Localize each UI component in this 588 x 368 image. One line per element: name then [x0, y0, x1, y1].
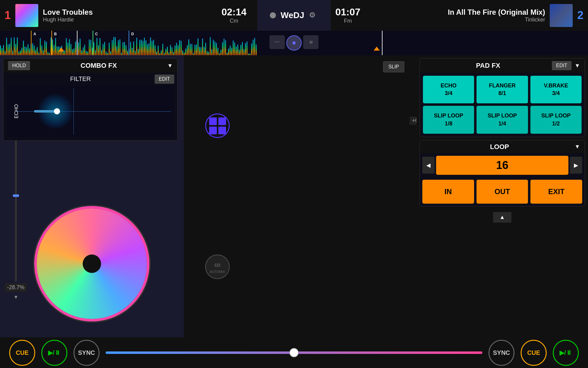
- hold-button[interactable]: HOLD: [8, 61, 30, 70]
- svg-rect-93: [141, 40, 142, 55]
- loop-size-display: 16: [436, 156, 568, 175]
- deck2-cue-button[interactable]: CUE: [521, 340, 547, 366]
- svg-rect-16: [23, 40, 24, 55]
- crossfader-track[interactable]: [106, 351, 482, 354]
- loop-in-btn[interactable]: IN: [422, 180, 474, 204]
- pad-fx-flanger[interactable]: FLANGER8/1: [477, 76, 528, 103]
- svg-rect-20: [29, 48, 30, 55]
- svg-rect-139: [211, 49, 212, 55]
- deck2-play-icon: ▶/⏸: [560, 349, 572, 356]
- turntable-left[interactable]: [34, 205, 150, 322]
- svg-rect-97: [147, 44, 148, 55]
- svg-rect-98: [149, 43, 149, 55]
- top-bar: 1 Love Troubles Hugh Hardie 02:14 Cm WeD…: [0, 0, 588, 31]
- crossfader-container: [106, 347, 482, 359]
- svg-rect-44: [66, 38, 67, 55]
- pad-fx-dropdown-icon[interactable]: ▼: [575, 63, 580, 69]
- pad-mode-button[interactable]: [205, 113, 230, 138]
- svg-rect-141: [214, 41, 215, 55]
- svg-rect-170: [31, 31, 32, 55]
- svg-rect-72: [109, 43, 110, 55]
- loop-exit-btn[interactable]: EXIT: [530, 180, 582, 204]
- turntable-center-left: [83, 255, 101, 273]
- svg-text:D: D: [131, 32, 134, 36]
- svg-rect-103: [156, 52, 157, 55]
- crossfader-thumb[interactable]: [289, 348, 299, 357]
- waveform-btn-wave[interactable]: 〰: [270, 35, 285, 49]
- svg-rect-127: [193, 53, 194, 55]
- svg-rect-2: [2, 48, 2, 55]
- svg-rect-88: [133, 41, 134, 55]
- record-button[interactable]: [270, 12, 276, 18]
- pad-fx-slip-loop-3[interactable]: SLIP LOOP1/2: [530, 106, 582, 133]
- loop-dropdown-icon[interactable]: ▼: [575, 144, 580, 150]
- waveform-btn-spectrum[interactable]: ≋: [303, 35, 318, 49]
- svg-rect-82: [124, 42, 125, 55]
- svg-rect-134: [204, 47, 205, 55]
- svg-rect-135: [205, 43, 206, 55]
- loop-out-btn[interactable]: OUT: [477, 180, 528, 204]
- svg-rect-74: [112, 40, 113, 55]
- svg-rect-77: [116, 46, 117, 55]
- svg-rect-14: [20, 51, 21, 55]
- pad-fx-echo[interactable]: ECHO3/4: [423, 76, 474, 103]
- svg-rect-129: [196, 44, 197, 55]
- xy-dot[interactable]: [54, 108, 60, 114]
- right-deck-area: +0.0%: [251, 55, 435, 337]
- svg-rect-58: [87, 52, 88, 55]
- loop-prev-btn[interactable]: ◀: [422, 157, 435, 174]
- pad-fx-vbrake-sub: 3/4: [552, 90, 560, 96]
- svg-rect-63: [95, 50, 96, 55]
- svg-rect-76: [115, 37, 116, 55]
- svg-rect-30: [44, 40, 45, 55]
- left-deck: HOLD COMBO FX ▼ FILTER EDIT ECHO −: [0, 55, 184, 337]
- svg-rect-86: [130, 42, 131, 55]
- svg-rect-65: [98, 45, 99, 55]
- automix-button[interactable]: ∞ AUTOMIX: [205, 255, 230, 279]
- svg-rect-54: [81, 50, 82, 55]
- svg-rect-56: [84, 45, 85, 55]
- pad-fx-edit-button[interactable]: EDIT: [552, 61, 571, 70]
- svg-rect-140: [213, 40, 214, 55]
- pad-fx-title: PAD FX: [424, 62, 552, 70]
- fx-xy-pad[interactable]: ECHO: [6, 85, 174, 137]
- pad-fx-slip-loop-1[interactable]: SLIP LOOP1/8: [423, 106, 474, 133]
- center-top: WeDJ ⚙: [257, 0, 331, 31]
- bottom-controls: CUE ▶/⏸ SYNC SYNC CUE ▶/⏸: [0, 337, 588, 368]
- svg-rect-151: [230, 46, 231, 55]
- waveform-btn-circle[interactable]: ⏺: [286, 35, 302, 51]
- deck1-play-icon: ▶/⏸: [48, 349, 61, 356]
- pitch-thumb[interactable]: [13, 194, 19, 197]
- svg-rect-96: [145, 40, 146, 55]
- svg-rect-121: [184, 52, 185, 55]
- svg-rect-100: [152, 41, 153, 55]
- svg-rect-166: [253, 40, 254, 55]
- up-arrow-btn[interactable]: ▲: [493, 212, 511, 223]
- svg-rect-99: [150, 37, 151, 55]
- svg-rect-35: [52, 40, 53, 55]
- deck1-time-info: 02:14 Cm: [221, 6, 247, 24]
- pad-fx-vbrake[interactable]: V.BRAKE3/4: [530, 76, 582, 103]
- pad-fx-slip-loop-2[interactable]: SLIP LOOP1/4: [477, 106, 528, 133]
- deck2-play-button[interactable]: ▶/⏸: [553, 340, 579, 366]
- deck1-play-button[interactable]: ▶/⏸: [41, 340, 67, 366]
- svg-rect-122: [185, 48, 186, 55]
- deck1-sync-button[interactable]: SYNC: [74, 340, 100, 366]
- combo-fx-edit-button[interactable]: EDIT: [155, 75, 174, 84]
- svg-rect-147: [224, 39, 224, 55]
- loop-next-btn[interactable]: ▶: [570, 157, 582, 174]
- pitch-collapse-btn[interactable]: ▾: [14, 293, 17, 301]
- settings-icon[interactable]: ⚙: [309, 11, 318, 20]
- loop-title: LOOP: [424, 143, 575, 151]
- svg-rect-83: [126, 45, 126, 55]
- deck1-cue-button[interactable]: CUE: [9, 340, 35, 366]
- pitch-track[interactable]: [15, 138, 17, 282]
- turntable-disc-left[interactable]: [37, 209, 147, 319]
- waveform-center: 〰 ⏺ ≋: [257, 31, 331, 55]
- svg-rect-47: [70, 44, 71, 55]
- svg-rect-145: [221, 50, 221, 55]
- svg-rect-59: [89, 40, 90, 55]
- pad-sq-4: [218, 127, 226, 134]
- combo-fx-dropdown-icon[interactable]: ▼: [167, 63, 173, 69]
- deck2-sync-button[interactable]: SYNC: [488, 340, 514, 366]
